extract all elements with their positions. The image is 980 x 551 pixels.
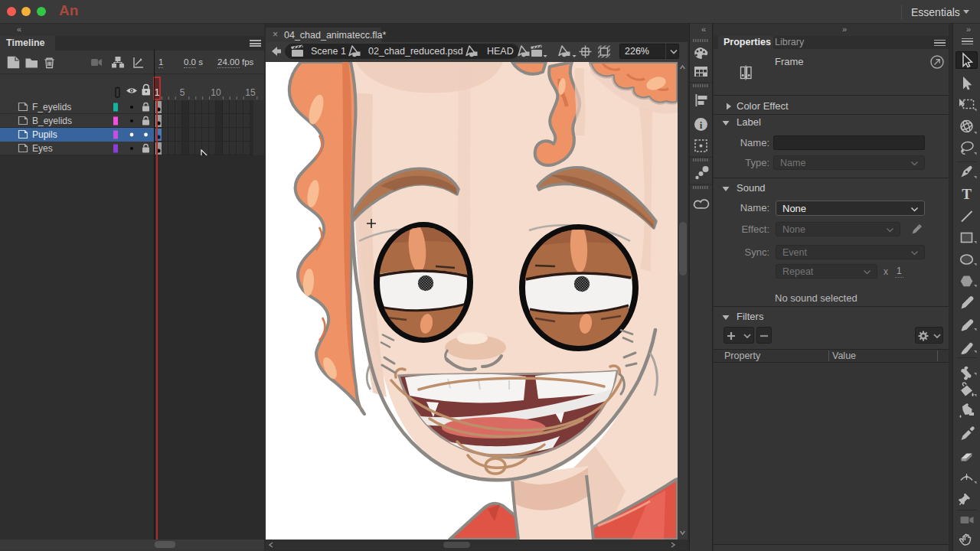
svg-text:i: i <box>700 119 703 131</box>
svg-text:T: T <box>962 186 972 202</box>
